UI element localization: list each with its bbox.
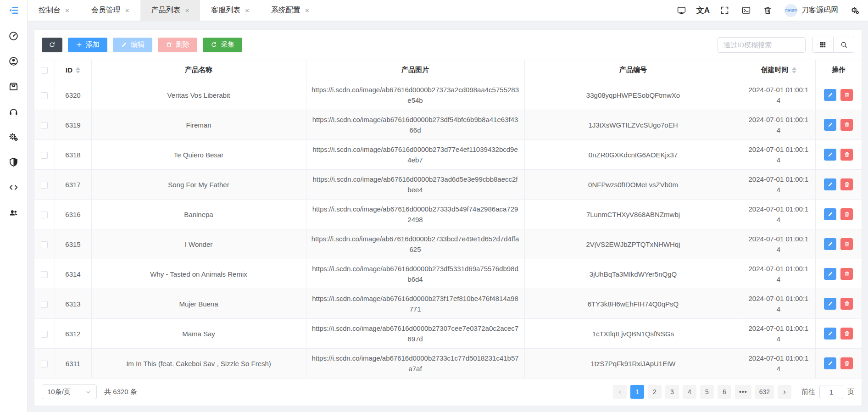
delete-row-button[interactable] <box>840 328 853 340</box>
page-button-3[interactable]: 3 <box>665 385 679 399</box>
tab-close-icon[interactable]: × <box>125 7 129 14</box>
cell-product-image-url: https://i.scdn.co/image/ab67616d0000b273… <box>306 170 524 200</box>
collapse-menu-icon[interactable] <box>8 5 19 16</box>
tab-1[interactable]: 控制台× <box>28 0 80 21</box>
cell-product-code: 33g08yqpHWPESobQFtmwXo <box>524 80 742 110</box>
tab-close-icon[interactable]: × <box>185 7 189 14</box>
cell-id: 6319 <box>55 110 91 140</box>
delete-row-button[interactable] <box>840 357 853 369</box>
page-size-select[interactable]: 10条/页 <box>42 384 97 399</box>
security-shield-icon[interactable] <box>8 157 19 167</box>
product-package-icon[interactable] <box>8 81 19 92</box>
sort-icon[interactable] <box>76 67 80 73</box>
settings-gears-icon[interactable] <box>8 132 19 142</box>
page-button-1[interactable]: 1 <box>630 385 644 399</box>
cell-product-name: Baninepa <box>91 200 306 229</box>
collect-button[interactable]: 采集 <box>203 38 242 52</box>
edit-row-button[interactable] <box>824 178 836 190</box>
edit-row-button[interactable] <box>824 208 836 220</box>
row-checkbox[interactable] <box>41 92 48 99</box>
goto-page-input[interactable] <box>819 385 843 399</box>
member-user-icon[interactable] <box>8 56 19 67</box>
terminal-icon[interactable] <box>741 6 751 15</box>
header-id[interactable]: ID <box>55 60 91 80</box>
settings-gears-topbar-icon[interactable] <box>850 6 860 15</box>
page-button-6[interactable]: 6 <box>718 385 731 399</box>
cell-select <box>34 259 55 289</box>
support-headset-icon[interactable] <box>8 106 19 117</box>
cell-id: 6312 <box>55 319 91 349</box>
view-search-buttons <box>812 37 854 53</box>
row-checkbox[interactable] <box>41 212 48 218</box>
edit-row-button[interactable] <box>824 119 836 131</box>
trash-icon <box>844 330 850 337</box>
tab-5[interactable]: 系统配置× <box>260 0 320 21</box>
row-checkbox[interactable] <box>41 152 48 159</box>
edit-button[interactable]: 编辑 <box>113 38 152 52</box>
delete-button[interactable]: 删除 <box>158 38 197 52</box>
monitor-icon[interactable] <box>677 6 686 15</box>
prev-page-button[interactable]: ‹ <box>613 385 627 399</box>
table-row: 6313Mujer Buenahttps://i.scdn.co/image/a… <box>34 289 862 319</box>
refresh-button[interactable] <box>42 38 62 52</box>
row-checkbox[interactable] <box>41 241 48 248</box>
row-checkbox[interactable] <box>41 361 48 367</box>
sort-icon[interactable] <box>792 67 796 73</box>
pencil-icon <box>827 122 834 128</box>
trash-icon[interactable] <box>763 6 773 15</box>
cell-product-code: 3jUhBqTa3MIkdWYer5nQgQ <box>524 259 742 289</box>
user-brand[interactable]: 刀客源码 刀客源码网 <box>785 4 838 17</box>
delete-row-button[interactable] <box>840 238 853 250</box>
row-checkbox[interactable] <box>41 301 48 308</box>
edit-row-button[interactable] <box>824 149 836 161</box>
delete-row-button[interactable] <box>840 119 853 131</box>
page-button-4[interactable]: 4 <box>683 385 696 399</box>
tab-close-icon[interactable]: × <box>245 7 249 14</box>
tab-close-icon[interactable]: × <box>305 7 309 14</box>
cell-product-code: 1tzS7PqFk91RxiJApU1EIW <box>524 349 742 379</box>
trash-icon <box>844 181 850 188</box>
pencil-icon <box>827 301 834 307</box>
code-icon[interactable] <box>8 182 19 193</box>
edit-row-button[interactable] <box>824 298 836 310</box>
dashboard-icon[interactable] <box>8 31 19 41</box>
tab-4[interactable]: 客服列表× <box>200 0 260 21</box>
edit-row-button[interactable] <box>824 89 836 101</box>
cell-product-image-url: https://i.scdn.co/image/ab67616d0000b273… <box>306 140 524 170</box>
pager-ellipsis[interactable]: ••• <box>735 385 751 399</box>
delete-row-button[interactable] <box>840 178 853 190</box>
edit-row-button[interactable] <box>824 238 836 250</box>
delete-row-button[interactable] <box>840 298 853 310</box>
search-button[interactable] <box>833 37 854 52</box>
delete-row-button[interactable] <box>840 208 853 220</box>
tab-3[interactable]: 产品列表× <box>140 0 200 21</box>
tab-2[interactable]: 会员管理× <box>80 0 140 21</box>
select-all-checkbox[interactable] <box>41 67 48 74</box>
search-input[interactable] <box>718 37 806 53</box>
tab-close-icon[interactable]: × <box>65 7 69 14</box>
team-users-icon[interactable] <box>8 207 19 218</box>
page-button-5[interactable]: 5 <box>700 385 714 399</box>
delete-row-button[interactable] <box>840 268 853 280</box>
next-page-button[interactable]: › <box>778 385 791 399</box>
header-created-time[interactable]: 创建时间 <box>742 60 815 80</box>
fullscreen-icon[interactable] <box>720 6 729 15</box>
row-checkbox[interactable] <box>41 331 48 338</box>
delete-row-button[interactable] <box>840 149 853 161</box>
edit-row-button[interactable] <box>824 357 836 369</box>
pencil-icon <box>827 241 834 247</box>
row-checkbox[interactable] <box>41 271 48 278</box>
edit-row-button[interactable] <box>824 328 836 340</box>
tabs: 控制台×会员管理×产品列表×客服列表×系统配置× <box>28 0 320 21</box>
cell-product-image-url: https://i.scdn.co/image/ab67616d0000b273… <box>306 319 524 349</box>
row-checkbox[interactable] <box>41 122 48 129</box>
delete-row-button[interactable] <box>840 89 853 101</box>
translate-icon[interactable]: 文A <box>698 6 708 15</box>
add-button[interactable]: 添加 <box>68 38 107 52</box>
page-button-632[interactable]: 632 <box>755 385 774 399</box>
row-checkbox[interactable] <box>41 182 48 189</box>
edit-row-button[interactable] <box>824 268 836 280</box>
grid-view-button[interactable] <box>812 37 833 52</box>
cell-select <box>34 170 55 200</box>
page-button-2[interactable]: 2 <box>648 385 662 399</box>
